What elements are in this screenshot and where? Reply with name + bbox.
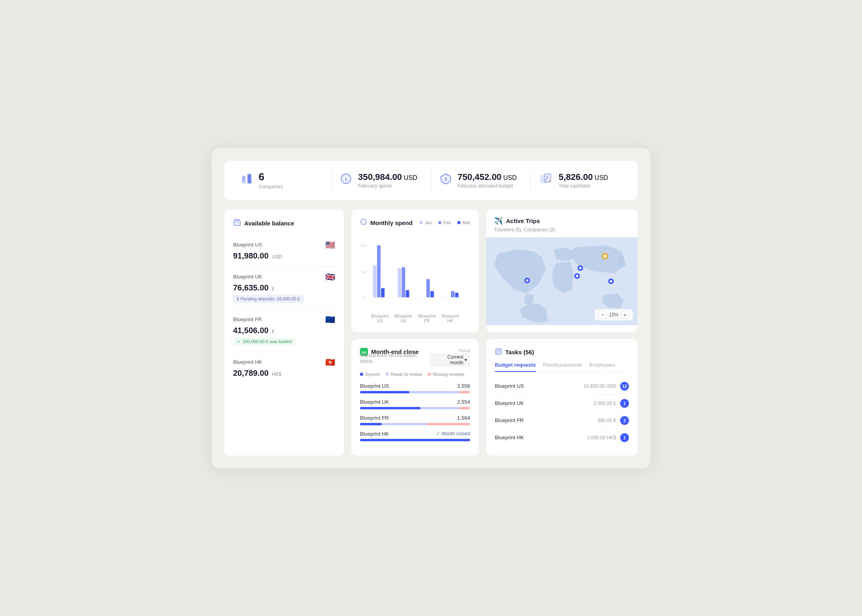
reconcile-rows: Blueprint US 3,556 Blueprint UK 2,554 Bl…: [360, 383, 470, 441]
svg-rect-24: [377, 245, 381, 297]
feb-spend-icon: $: [340, 172, 352, 188]
map-pin-2[interactable]: [577, 265, 583, 271]
balance-item-name: Blueprint US: [233, 242, 262, 248]
task-badge: 12: [620, 382, 629, 391]
svg-rect-30: [426, 279, 430, 297]
zoom-out-button[interactable]: −: [599, 311, 607, 319]
zoom-level: 15%: [609, 312, 619, 318]
cashback-icon: [539, 172, 553, 188]
stat-cashback: 5,826.00 USD Total cashback: [539, 172, 622, 189]
svg-rect-4: [249, 176, 250, 177]
svg-point-45: [610, 280, 612, 282]
trips-card: ✈️ Active Trips Travelers (5), Companies…: [486, 209, 638, 332]
task-row: Blueprint FR 380.00 € 2: [495, 412, 629, 429]
task-right: 10,650.00 USD 12: [583, 382, 629, 391]
feb-budget-icon: $: [439, 172, 452, 188]
task-amount: 1,000.00 HK$: [587, 435, 616, 440]
flag-icon: 🇬🇧: [325, 272, 335, 282]
balance-item-amount: 41,506.00 €: [233, 326, 335, 335]
flag-icon: 🇪🇺: [325, 315, 335, 324]
map-pin-4[interactable]: [524, 278, 530, 283]
task-row: Blueprint UK 1,000.00 £ 1: [495, 395, 629, 412]
feb-spend-currency: USD: [404, 174, 417, 181]
tasks-card: Tasks (56) Budget requestsReimbursements…: [486, 339, 638, 456]
trips-header: ✈️ Active Trips Travelers (5), Companies…: [486, 209, 638, 237]
chart-label-fr: Blueprint FR: [415, 314, 439, 323]
zoom-in-button[interactable]: +: [621, 311, 629, 319]
missing-bar: [459, 391, 470, 393]
svg-point-41: [576, 275, 578, 277]
reconcile-count: 3,556: [457, 383, 470, 389]
map-pin-5[interactable]: [608, 278, 614, 284]
reconcile-row: Blueprint FR 1,564: [360, 415, 470, 425]
flag-icon: 🇭🇰: [325, 357, 335, 367]
svg-rect-14: [235, 222, 239, 223]
task-badge: 1: [620, 399, 629, 408]
tasks-tab[interactable]: Budget requests: [495, 362, 536, 372]
missing-dot: [428, 373, 431, 376]
tasks-tab[interactable]: Employees: [589, 362, 615, 372]
map-controls: − 15% +: [595, 309, 633, 320]
period-selector[interactable]: Current month ▾: [430, 353, 470, 367]
main-grid: Available balance Blueprint US 🇺🇸 91,980…: [224, 209, 638, 456]
feb-spend-label: February spend: [358, 183, 417, 189]
task-amount: 380.00 €: [597, 418, 616, 423]
dashboard: 6 Companies $ 350,984.00 USD February sp…: [212, 148, 650, 468]
reconcile-name: Blueprint HK: [360, 431, 389, 437]
balance-item-amount: 91,980.00 USD: [233, 251, 335, 261]
map-pin-3[interactable]: [574, 273, 580, 279]
tasks-tab[interactable]: Reimbursements: [543, 362, 582, 372]
task-right: 380.00 € 2: [597, 416, 629, 425]
stat-feb-budget: $ 750,452.00 USD February allocated budg…: [439, 172, 522, 189]
missing-bar: [459, 407, 470, 409]
svg-rect-3: [243, 180, 244, 181]
trips-subtitle: Travelers (5), Companies (2): [494, 227, 630, 233]
reconcile-bar: [360, 439, 470, 441]
tasks-icon: [495, 348, 502, 356]
legend-review: Ready to review: [386, 372, 422, 377]
reconcile-count: 2,554: [457, 399, 470, 405]
svg-rect-23: [373, 265, 377, 297]
feb-spend-amount: 350,984.00: [358, 172, 402, 182]
review-bar: [382, 423, 426, 425]
legend-synced: Synced: [360, 372, 380, 377]
cashback-label: Total cashback: [559, 183, 608, 189]
map-container: − 15% +: [486, 237, 638, 325]
balance-title: Available balance: [233, 218, 335, 228]
map-pin-1[interactable]: [602, 253, 608, 259]
svg-rect-34: [455, 292, 459, 297]
svg-point-15: [361, 219, 366, 225]
legend-item: Jan: [419, 220, 432, 225]
chart-labels: Blueprint US Blueprint UK Blueprint FR B…: [360, 311, 470, 323]
svg-rect-28: [406, 290, 409, 297]
svg-rect-25: [381, 288, 385, 297]
svg-text:$: $: [345, 177, 347, 182]
close-legend: Synced Ready to review Missing receipts: [360, 372, 470, 377]
task-row: Blueprint HK 1,000.00 HK$ 1: [495, 429, 629, 446]
legend-item: Mar: [457, 220, 470, 225]
reconcile-bar: [360, 391, 470, 393]
svg-point-35: [619, 256, 625, 267]
reconcile-row: Blueprint HK ✓ Month closed: [360, 431, 470, 441]
balance-items: Blueprint US 🇺🇸 91,980.00 USD Blueprint …: [233, 235, 335, 383]
stat-companies: 6 Companies: [240, 171, 323, 190]
balance-card: Available balance Blueprint US 🇺🇸 91,980…: [224, 209, 344, 456]
divider-2: [431, 170, 431, 190]
svg-text:$: $: [445, 177, 447, 182]
legend-dot: [438, 221, 441, 224]
cashback-currency: USD: [595, 174, 608, 181]
task-name: Blueprint HK: [495, 434, 524, 440]
chevron-down-icon: ▾: [465, 357, 467, 363]
svg-text:50K: 50K: [361, 270, 366, 274]
synced-bar: [360, 423, 382, 425]
balance-icon: [233, 218, 241, 228]
legend-dot: [457, 221, 461, 224]
balance-item: Blueprint HK 🇭🇰 20,789.00 HK$: [233, 352, 335, 383]
svg-text:100K: 100K: [360, 243, 367, 247]
balance-item: Blueprint US 🇺🇸 91,980.00 USD: [233, 235, 335, 267]
flag-icon: 🇺🇸: [325, 240, 335, 250]
chart-label-hk: Blueprint HK: [439, 314, 462, 323]
synced-dot: [360, 373, 363, 376]
chart-area: 100K 50K 0: [360, 231, 470, 311]
chart-label-us: Blueprint US: [368, 314, 391, 323]
